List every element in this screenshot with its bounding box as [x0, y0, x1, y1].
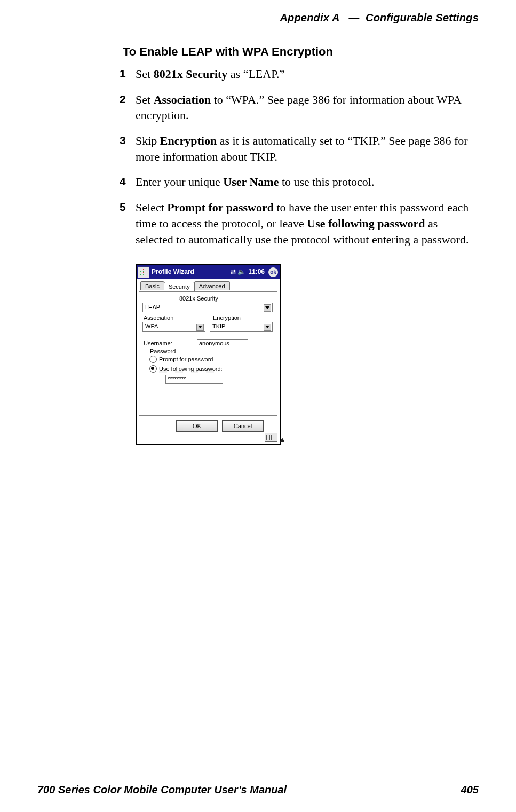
step-bold: Association: [154, 93, 211, 106]
step-text: Enter your unique: [136, 175, 223, 188]
radio-icon: [149, 356, 157, 363]
label-association: Association: [144, 314, 173, 321]
label-encryption: Encryption: [213, 314, 241, 321]
dropdown-value: WPA: [145, 323, 158, 329]
step-text: Select: [136, 201, 167, 214]
chevron-down-icon: [264, 324, 271, 331]
input-value: anonymous: [199, 340, 229, 346]
step-text: Set: [136, 93, 154, 106]
step-number: 1: [120, 66, 126, 81]
label-8021x-security: 8021x Security: [179, 295, 218, 302]
chevron-down-icon: [264, 304, 271, 312]
radio-prompt-for-password[interactable]: Prompt for password: [149, 356, 213, 363]
step-2: 2 Set Association to “WPA.” See page 386…: [123, 92, 478, 133]
input-value: ********: [168, 376, 186, 382]
window-title: Profile Wizard: [152, 268, 194, 275]
speaker-icon: 🔈: [237, 268, 245, 275]
chevron-down-icon: [196, 324, 204, 331]
screenshot-profile-wizard: Profile Wizard ⇄ 🔈 11:06 ok BasicSecurit…: [136, 264, 281, 445]
step-list: 1 Set 8021x Security as “LEAP.” 2 Set As…: [123, 66, 478, 257]
radio-label: Use following password:: [159, 366, 223, 372]
input-username[interactable]: anonymous: [197, 339, 248, 348]
keyboard-icon[interactable]: [265, 433, 277, 442]
step-number: 3: [120, 133, 126, 148]
signal-icon: ⇄: [231, 268, 236, 275]
tab-panel: 8021x Security LEAP Association WPA Encr…: [139, 291, 277, 416]
radio-use-following-password[interactable]: Use following password:: [149, 365, 223, 373]
titlebar: Profile Wizard ⇄ 🔈 11:06 ok: [137, 265, 280, 279]
dropdown-encryption[interactable]: TKIP: [210, 322, 273, 332]
step-text: Set: [136, 67, 154, 81]
step-number: 5: [120, 200, 126, 215]
step-bold: User Name: [223, 175, 279, 188]
footer-page-number: 405: [461, 784, 479, 796]
step-5: 5 Select Prompt for password to have the…: [123, 200, 478, 257]
tab-bar: BasicSecurityAdvanced: [140, 281, 229, 291]
step-bold: 8021x Security: [154, 67, 228, 81]
step-bold: Use following password: [307, 217, 425, 230]
running-header: Appendix A — Configurable Settings: [280, 12, 479, 24]
header-section: Configurable Settings: [366, 12, 479, 23]
step-text: to use this protocol.: [279, 175, 374, 188]
chevron-up-icon: [280, 438, 284, 442]
label-username: Username:: [144, 340, 172, 346]
section-title: To Enable LEAP with WPA Encryption: [123, 45, 478, 59]
step-3: 3 Skip Encryption as it is automatically…: [123, 133, 478, 174]
ok-button[interactable]: OK: [176, 420, 218, 432]
footer-manual-title: 700 Series Color Mobile Computer User’s …: [37, 784, 287, 796]
step-text: as “LEAP.”: [227, 67, 284, 81]
step-1: 1 Set 8021x Security as “LEAP.”: [123, 66, 478, 92]
content-body: To Enable LEAP with WPA Encryption 1 Set…: [123, 43, 478, 445]
step-text: Skip: [136, 134, 160, 147]
dropdown-association[interactable]: WPA: [142, 322, 205, 332]
step-number: 4: [120, 174, 126, 189]
dropdown-8021x-security[interactable]: LEAP: [142, 303, 273, 312]
start-icon[interactable]: [138, 266, 149, 278]
input-password[interactable]: ********: [165, 375, 223, 384]
step-4: 4 Enter your unique User Name to use thi…: [123, 174, 478, 200]
group-legend: Password: [148, 348, 177, 354]
step-bold: Encryption: [160, 134, 217, 147]
tab-advanced[interactable]: Advanced: [194, 281, 230, 290]
ok-close-button[interactable]: ok: [268, 267, 278, 277]
tab-basic[interactable]: Basic: [140, 281, 164, 290]
running-footer: 700 Series Color Mobile Computer User’s …: [37, 784, 479, 796]
clock: 11:06: [248, 268, 265, 275]
header-appendix: Appendix A: [280, 12, 339, 23]
radio-icon: [149, 365, 157, 373]
header-dash: —: [348, 12, 359, 23]
radio-label: Prompt for password: [159, 356, 213, 362]
dropdown-value: LEAP: [145, 304, 160, 310]
step-bold: Prompt for password: [167, 201, 274, 214]
cancel-button[interactable]: Cancel: [222, 420, 264, 432]
groupbox-password: Password Prompt for password Use followi…: [144, 352, 251, 393]
document-page: Appendix A — Configurable Settings To En…: [0, 0, 516, 812]
tab-security[interactable]: Security: [164, 282, 195, 291]
step-number: 2: [120, 92, 126, 107]
dropdown-value: TKIP: [212, 323, 225, 329]
